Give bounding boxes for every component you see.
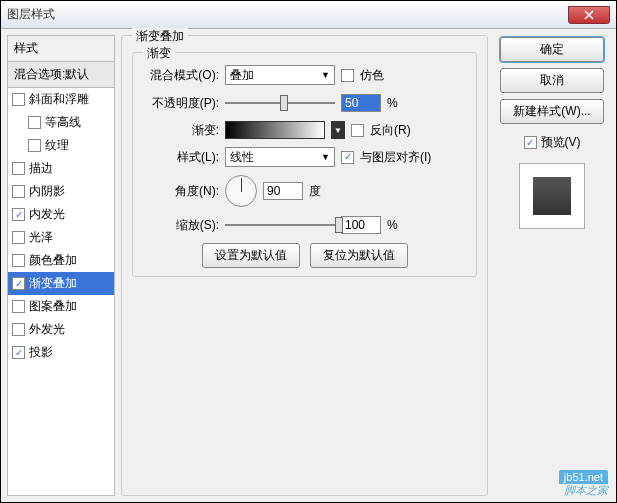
inner-title: 渐变 [143, 45, 175, 62]
style-checkbox[interactable] [12, 300, 25, 313]
reverse-label: 反向(R) [370, 122, 411, 139]
style-checkbox[interactable] [12, 185, 25, 198]
close-icon [584, 10, 594, 20]
style-item[interactable]: 渐变叠加 [8, 272, 114, 295]
preview-swatch [533, 177, 571, 215]
scale-input[interactable]: 100 [341, 216, 381, 234]
angle-label: 角度(N): [141, 183, 219, 200]
style-item[interactable]: 描边 [8, 157, 114, 180]
style-checkbox[interactable] [12, 208, 25, 221]
styles-list: 斜面和浮雕等高线纹理描边内阴影内发光光泽颜色叠加渐变叠加图案叠加外发光投影 [7, 88, 115, 496]
gradient-dropdown-button[interactable]: ▼ [331, 121, 345, 139]
dither-label: 仿色 [360, 67, 384, 84]
style-item[interactable]: 投影 [8, 341, 114, 364]
gradient-overlay-group: 渐变叠加 渐变 混合模式(O): 叠加 ▼ 仿色 不透明度(P): [121, 35, 488, 496]
titlebar: 图层样式 [1, 1, 616, 29]
ok-button[interactable]: 确定 [500, 37, 604, 62]
preview-box [519, 163, 585, 229]
reverse-checkbox[interactable] [351, 124, 364, 137]
styles-panel: 样式 混合选项:默认 斜面和浮雕等高线纹理描边内阴影内发光光泽颜色叠加渐变叠加图… [7, 35, 115, 496]
gradient-label: 渐变: [141, 122, 219, 139]
style-item[interactable]: 内发光 [8, 203, 114, 226]
align-label: 与图层对齐(I) [360, 149, 431, 166]
style-item[interactable]: 斜面和浮雕 [8, 88, 114, 111]
style-label: 内阴影 [29, 183, 65, 200]
style-checkbox[interactable] [28, 139, 41, 152]
style-checkbox[interactable] [12, 162, 25, 175]
scale-slider[interactable] [225, 215, 335, 235]
style-checkbox[interactable] [12, 277, 25, 290]
align-checkbox[interactable] [341, 151, 354, 164]
style-label: 外发光 [29, 321, 65, 338]
group-title: 渐变叠加 [132, 28, 188, 45]
gradient-group: 渐变 混合模式(O): 叠加 ▼ 仿色 不透明度(P): [132, 52, 477, 277]
angle-input[interactable]: 90 [263, 182, 303, 200]
preview-label: 预览(V) [541, 134, 581, 151]
style-label: 渐变叠加 [29, 275, 77, 292]
style-label: 样式(L): [141, 149, 219, 166]
watermark-text: 脚本之家 [564, 483, 608, 498]
opacity-label: 不透明度(P): [141, 95, 219, 112]
opacity-input[interactable]: 50 [341, 94, 381, 112]
chevron-down-icon: ▼ [321, 70, 330, 80]
angle-dial[interactable] [225, 175, 257, 207]
close-button[interactable] [568, 6, 610, 24]
dither-checkbox[interactable] [341, 69, 354, 82]
scale-label: 缩放(S): [141, 217, 219, 234]
window-title: 图层样式 [7, 6, 568, 23]
style-checkbox[interactable] [12, 254, 25, 267]
blend-mode-select[interactable]: 叠加 ▼ [225, 65, 335, 85]
style-label: 等高线 [45, 114, 81, 131]
blend-mode-label: 混合模式(O): [141, 67, 219, 84]
style-checkbox[interactable] [12, 93, 25, 106]
new-style-button[interactable]: 新建样式(W)... [500, 99, 604, 124]
style-item[interactable]: 外发光 [8, 318, 114, 341]
style-item[interactable]: 纹理 [8, 134, 114, 157]
style-item[interactable]: 图案叠加 [8, 295, 114, 318]
cancel-button[interactable]: 取消 [500, 68, 604, 93]
blend-options-item[interactable]: 混合选项:默认 [7, 62, 115, 88]
style-item[interactable]: 内阴影 [8, 180, 114, 203]
style-select[interactable]: 线性 ▼ [225, 147, 335, 167]
style-label: 光泽 [29, 229, 53, 246]
styles-header[interactable]: 样式 [7, 35, 115, 62]
style-label: 颜色叠加 [29, 252, 77, 269]
style-item[interactable]: 光泽 [8, 226, 114, 249]
preview-checkbox[interactable] [524, 136, 537, 149]
settings-panel: 渐变叠加 渐变 混合模式(O): 叠加 ▼ 仿色 不透明度(P): [121, 35, 488, 496]
style-checkbox[interactable] [12, 231, 25, 244]
style-checkbox[interactable] [28, 116, 41, 129]
style-label: 投影 [29, 344, 53, 361]
layer-style-dialog: 图层样式 样式 混合选项:默认 斜面和浮雕等高线纹理描边内阴影内发光光泽颜色叠加… [0, 0, 617, 503]
watermark-badge: jb51.net [559, 470, 608, 484]
style-label: 内发光 [29, 206, 65, 223]
action-panel: 确定 取消 新建样式(W)... 预览(V) [494, 35, 610, 496]
set-default-button[interactable]: 设置为默认值 [202, 243, 300, 268]
style-item[interactable]: 等高线 [8, 111, 114, 134]
style-label: 斜面和浮雕 [29, 91, 89, 108]
dialog-body: 样式 混合选项:默认 斜面和浮雕等高线纹理描边内阴影内发光光泽颜色叠加渐变叠加图… [1, 29, 616, 502]
style-label: 描边 [29, 160, 53, 177]
chevron-down-icon: ▼ [321, 152, 330, 162]
style-checkbox[interactable] [12, 346, 25, 359]
reset-default-button[interactable]: 复位为默认值 [310, 243, 408, 268]
opacity-slider[interactable] [225, 93, 335, 113]
gradient-preview[interactable] [225, 121, 325, 139]
style-checkbox[interactable] [12, 323, 25, 336]
style-label: 图案叠加 [29, 298, 77, 315]
style-item[interactable]: 颜色叠加 [8, 249, 114, 272]
style-label: 纹理 [45, 137, 69, 154]
